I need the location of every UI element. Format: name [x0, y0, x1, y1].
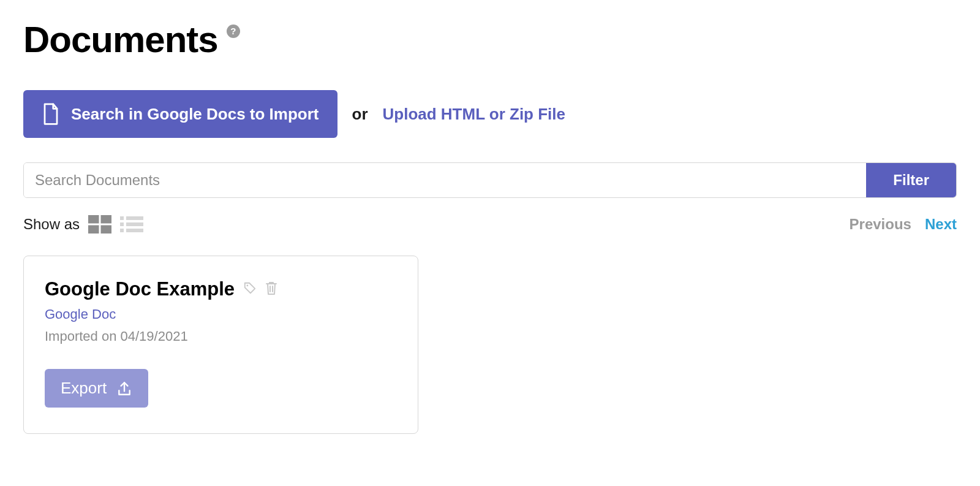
- svg-rect-8: [126, 229, 143, 232]
- list-view-toggle[interactable]: [120, 215, 143, 234]
- filter-button[interactable]: Filter: [866, 163, 956, 197]
- previous-page-link: Previous: [850, 216, 911, 233]
- document-icon: [42, 102, 60, 126]
- upload-html-zip-link[interactable]: Upload HTML or Zip File: [383, 105, 566, 124]
- trash-icon[interactable]: [265, 281, 277, 298]
- document-source-link[interactable]: Google Doc: [45, 306, 116, 322]
- tag-icon[interactable]: [243, 281, 257, 297]
- button-label: Export: [61, 379, 107, 398]
- or-text: or: [352, 105, 368, 124]
- svg-rect-5: [120, 222, 124, 226]
- search-google-docs-import-button[interactable]: Search in Google Docs to Import: [23, 90, 337, 138]
- page-title: Documents: [23, 18, 218, 61]
- document-imported-text: Imported on 04/19/2021: [45, 328, 397, 344]
- svg-rect-4: [126, 216, 143, 220]
- svg-rect-6: [126, 222, 143, 226]
- grid-view-toggle[interactable]: [88, 215, 111, 234]
- next-page-link[interactable]: Next: [925, 216, 957, 233]
- help-icon[interactable]: ?: [227, 25, 240, 38]
- svg-point-9: [247, 285, 249, 287]
- export-button[interactable]: Export: [45, 369, 148, 408]
- list-icon: [120, 215, 143, 234]
- document-card: Google Doc Example Google Doc Imported o…: [23, 256, 418, 434]
- grid-icon: [88, 215, 111, 234]
- show-as-label: Show as: [23, 216, 80, 233]
- button-label: Search in Google Docs to Import: [71, 105, 319, 124]
- document-title[interactable]: Google Doc Example: [45, 278, 235, 300]
- svg-rect-3: [120, 216, 124, 220]
- export-icon: [116, 381, 132, 397]
- search-documents-input[interactable]: [24, 163, 866, 197]
- svg-rect-7: [120, 229, 124, 232]
